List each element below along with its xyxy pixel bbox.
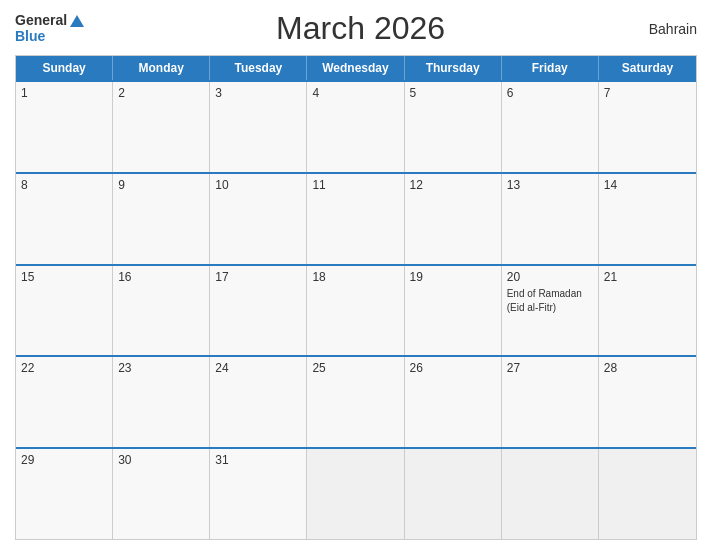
cell-empty-2	[405, 449, 502, 539]
cell-8: 8	[16, 174, 113, 264]
cell-22: 22	[16, 357, 113, 447]
cell-28: 28	[599, 357, 696, 447]
cell-2: 2	[113, 82, 210, 172]
cell-16: 16	[113, 266, 210, 356]
cell-29: 29	[16, 449, 113, 539]
cell-3: 3	[210, 82, 307, 172]
cell-26: 26	[405, 357, 502, 447]
col-sunday: Sunday	[16, 56, 113, 80]
col-monday: Monday	[113, 56, 210, 80]
page: General Blue March 2026 Bahrain Sunday M…	[0, 0, 712, 550]
week-1: 1 2 3 4 5 6 7	[16, 80, 696, 172]
col-thursday: Thursday	[405, 56, 502, 80]
cell-11: 11	[307, 174, 404, 264]
cell-30: 30	[113, 449, 210, 539]
event-eid: End of Ramadan (Eid al-Fitr)	[507, 288, 582, 313]
week-5: 29 30 31	[16, 447, 696, 539]
week-3: 15 16 17 18 19 20 End of Ramadan (Eid al…	[16, 264, 696, 356]
cell-15: 15	[16, 266, 113, 356]
header: General Blue March 2026 Bahrain	[15, 10, 697, 47]
col-tuesday: Tuesday	[210, 56, 307, 80]
col-wednesday: Wednesday	[307, 56, 404, 80]
cell-empty-3	[502, 449, 599, 539]
cell-6: 6	[502, 82, 599, 172]
cell-23: 23	[113, 357, 210, 447]
calendar-header: Sunday Monday Tuesday Wednesday Thursday…	[16, 56, 696, 80]
cell-12: 12	[405, 174, 502, 264]
calendar-body: 1 2 3 4 5 6 7 8 9 10 11 12 13 14 15 16	[16, 80, 696, 539]
logo: General Blue	[15, 13, 84, 44]
cell-13: 13	[502, 174, 599, 264]
week-2: 8 9 10 11 12 13 14	[16, 172, 696, 264]
week-4: 22 23 24 25 26 27 28	[16, 355, 696, 447]
cell-14: 14	[599, 174, 696, 264]
cell-25: 25	[307, 357, 404, 447]
cell-20: 20 End of Ramadan (Eid al-Fitr)	[502, 266, 599, 356]
cell-empty-4	[599, 449, 696, 539]
cell-27: 27	[502, 357, 599, 447]
cell-1: 1	[16, 82, 113, 172]
col-friday: Friday	[502, 56, 599, 80]
logo-general-text: General	[15, 13, 67, 28]
logo-triangle-icon	[70, 15, 84, 27]
cell-7: 7	[599, 82, 696, 172]
cell-17: 17	[210, 266, 307, 356]
cell-18: 18	[307, 266, 404, 356]
calendar-title: March 2026	[84, 10, 637, 47]
col-saturday: Saturday	[599, 56, 696, 80]
cell-19: 19	[405, 266, 502, 356]
cell-24: 24	[210, 357, 307, 447]
cell-21: 21	[599, 266, 696, 356]
calendar: Sunday Monday Tuesday Wednesday Thursday…	[15, 55, 697, 540]
cell-31: 31	[210, 449, 307, 539]
cell-10: 10	[210, 174, 307, 264]
cell-9: 9	[113, 174, 210, 264]
cell-5: 5	[405, 82, 502, 172]
cell-empty-1	[307, 449, 404, 539]
country-label: Bahrain	[637, 21, 697, 37]
logo-blue-text: Blue	[15, 29, 45, 44]
cell-4: 4	[307, 82, 404, 172]
